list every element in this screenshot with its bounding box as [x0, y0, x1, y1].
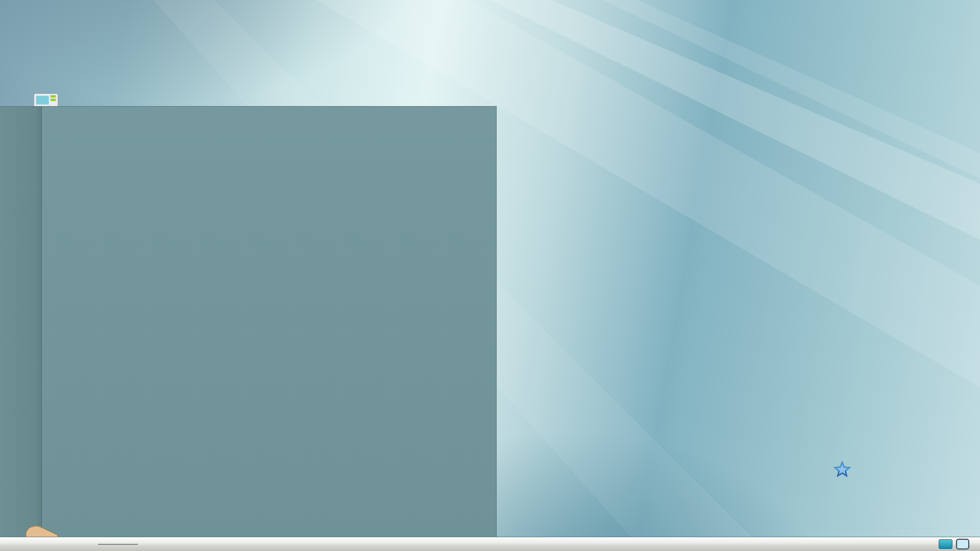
- system-tray: [932, 539, 980, 549]
- session-level-badge[interactable]: [956, 539, 969, 549]
- taskbar: [0, 537, 980, 551]
- astra-logo: [831, 460, 853, 480]
- astra-star-icon: [832, 460, 852, 480]
- desktop-grid-button[interactable]: [58, 538, 75, 551]
- terminal-window-button[interactable]: [42, 538, 58, 551]
- hand-shape: [11, 519, 60, 539]
- virtual-desktop-pager: [98, 544, 138, 545]
- settings-panel: [0, 106, 497, 537]
- category-sidebar: [0, 107, 42, 537]
- keyboard-language-badge[interactable]: [939, 539, 952, 549]
- stacked-windows-button[interactable]: [75, 538, 91, 551]
- start-button[interactable]: [2, 538, 18, 551]
